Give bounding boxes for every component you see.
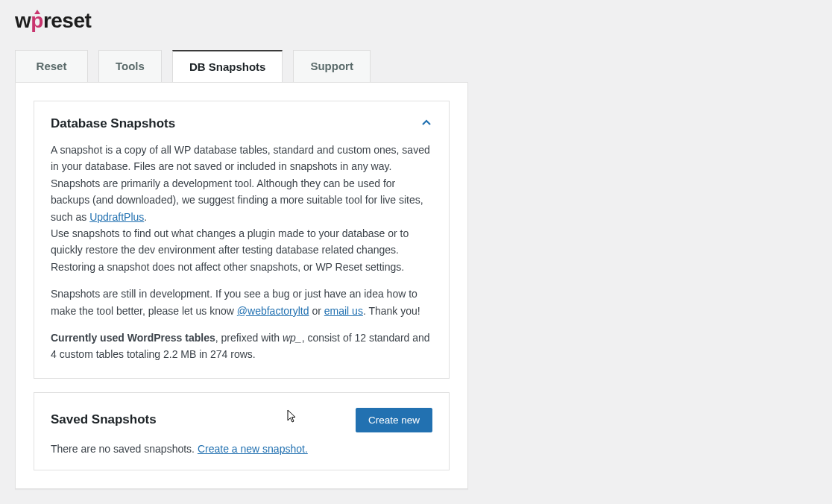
link-create-snapshot[interactable]: Create a new snapshot.	[198, 443, 308, 455]
app-logo: wpreset	[15, 9, 817, 33]
db-desc-p5b: or	[309, 305, 324, 317]
empty-state-text: There are no saved snapshots.	[51, 443, 198, 455]
db-desc-p1: A snapshot is a copy of all WP database …	[51, 144, 430, 172]
db-desc-p2b: .	[144, 211, 147, 223]
saved-snapshots-panel: Saved Snapshots Create new There are no …	[34, 392, 450, 470]
tab-bar: Reset Tools DB Snapshots Support	[15, 49, 817, 82]
db-desc-p6a: , prefixed with	[215, 332, 283, 344]
link-email[interactable]: email us	[324, 305, 363, 317]
link-webfactory[interactable]: @webfactoryltd	[237, 305, 309, 317]
db-snapshots-panel: Database Snapshots A snapshot is a copy …	[34, 101, 450, 379]
db-prefix: wp_	[283, 332, 302, 344]
db-desc-p5c: . Thank you!	[363, 305, 420, 317]
create-new-button[interactable]: Create new	[356, 408, 432, 432]
collapse-icon[interactable]	[420, 117, 432, 131]
content-area: Database Snapshots A snapshot is a copy …	[15, 82, 468, 489]
panel-title-saved: Saved Snapshots	[51, 412, 157, 427]
db-tables-strong: Currently used WordPress tables	[51, 332, 215, 344]
logo-part1: w	[15, 9, 31, 32]
tab-support[interactable]: Support	[293, 50, 371, 82]
db-desc-p4: Restoring a snapshot does not affect oth…	[51, 261, 404, 273]
logo-part2: reset	[43, 9, 91, 32]
tab-tools[interactable]: Tools	[98, 50, 162, 82]
link-updraftplus[interactable]: UpdraftPlus	[89, 211, 144, 223]
panel-title-db: Database Snapshots	[51, 116, 175, 131]
tab-reset[interactable]: Reset	[15, 50, 88, 82]
tab-db-snapshots[interactable]: DB Snapshots	[172, 50, 283, 82]
logo-accent: p	[31, 9, 43, 33]
db-desc-p3: Use snapshots to find out what changes a…	[51, 227, 409, 256]
